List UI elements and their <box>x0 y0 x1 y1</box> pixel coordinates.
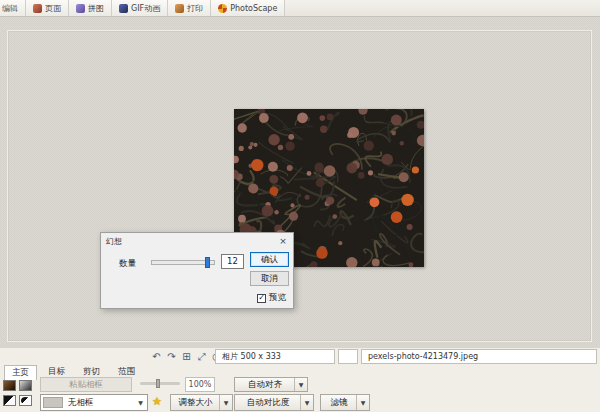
preview-checkbox-label: 预览 <box>269 292 286 304</box>
resize-dropdown-icon[interactable]: ▼ <box>219 395 232 410</box>
page-icon <box>33 4 42 13</box>
tab-editor-label: 编辑 <box>2 3 18 14</box>
actual-size-icon[interactable]: ⤢ <box>196 351 207 363</box>
tab-gif[interactable]: GIF动画 <box>112 0 168 16</box>
frame-opacity-handle[interactable] <box>156 379 160 388</box>
frame-opacity-value: 100% <box>185 377 215 392</box>
auto-contrast-dropdown-icon[interactable]: ▼ <box>300 395 313 410</box>
compare-icon[interactable]: ⊞ <box>181 351 192 362</box>
dialog-title: 幻想 <box>101 233 293 249</box>
combine-icon <box>76 4 85 13</box>
gif-icon <box>119 4 128 13</box>
status-bar: ↶ ↷ ⊞ ⤢ ◔ 相片 500 x 333 pexels-photo-4213… <box>0 347 600 364</box>
auto-contrast-button[interactable]: 自动对比度 ▼ <box>234 394 314 411</box>
filename-field: pexels-photo-4213479.jpeg <box>361 349 597 364</box>
auto-align-label: 自动对齐 <box>248 379 282 391</box>
tab-editor[interactable]: 编辑 <box>0 0 26 16</box>
tab-combine-label: 拼图 <box>88 3 104 14</box>
confirm-button[interactable]: 确认 <box>250 252 289 267</box>
favorite-star-icon[interactable]: ★ <box>152 395 162 408</box>
amount-slider-handle[interactable] <box>205 257 210 268</box>
auto-contrast-label: 自动对比度 <box>247 397 290 409</box>
close-icon[interactable]: × <box>277 235 289 247</box>
amount-label: 数量 <box>119 258 136 270</box>
negative-icon[interactable] <box>19 395 32 406</box>
frame-swatch <box>43 397 63 408</box>
bw-threshold-icon[interactable] <box>3 395 16 406</box>
tab-photoscape[interactable]: PhotoScape <box>211 0 285 16</box>
redo-icon[interactable]: ↷ <box>166 351 177 362</box>
print-icon <box>175 4 184 13</box>
photoscape-icon <box>218 4 227 13</box>
tab-print-label: 打印 <box>187 3 203 14</box>
resize-button[interactable]: 调整大小 ▼ <box>170 394 233 411</box>
auto-align-button[interactable]: 自动对齐 ▼ <box>234 377 308 392</box>
frame-select-dropdown[interactable]: 无相框 ▼ <box>40 394 148 411</box>
top-tab-bar: 编辑 页面 拼图 GIF动画 打印 PhotoScape <box>0 0 600 17</box>
filter-button[interactable]: 滤镜 ▼ <box>320 394 370 411</box>
tab-print[interactable]: 打印 <box>168 0 211 16</box>
filter-dropdown-icon[interactable]: ▼ <box>356 395 369 410</box>
preview-checkbox-row: ✓ 预览 <box>257 292 286 304</box>
frame-opacity-slider[interactable] <box>140 382 180 385</box>
tab-page[interactable]: 页面 <box>26 0 69 16</box>
bottom-panel: 主页 目标 剪切 范围 粘贴相框 100% 无相框 ▼ ★ 调整大小 ▼ 自动对… <box>0 364 600 412</box>
photo-info-field: 相片 500 x 333 <box>215 349 335 364</box>
tab-photoscape-label: PhotoScape <box>230 4 277 13</box>
status-icons: ↶ ↷ ⊞ ⤢ ◔ <box>151 348 222 365</box>
tab-home[interactable]: 主页 <box>4 365 37 380</box>
paste-frame-button[interactable]: 粘贴相框 <box>40 377 132 392</box>
auto-align-dropdown-icon[interactable]: ▼ <box>294 378 307 391</box>
blank-field <box>338 349 358 364</box>
cancel-button[interactable]: 取消 <box>250 271 289 286</box>
filter-label: 滤镜 <box>331 397 348 409</box>
sepia-preset-icon[interactable] <box>3 380 16 391</box>
preview-checkbox[interactable]: ✓ <box>257 294 266 303</box>
amount-value-field[interactable]: 12 <box>221 254 244 269</box>
frame-select-value: 无相框 <box>68 397 94 409</box>
amount-slider[interactable] <box>151 260 215 265</box>
chevron-down-icon: ▼ <box>134 395 147 410</box>
grayscale-preset-icon[interactable] <box>19 380 32 391</box>
tab-page-label: 页面 <box>45 3 61 14</box>
tab-gif-label: GIF动画 <box>131 3 160 14</box>
photoscape-window: 编辑 页面 拼图 GIF动画 打印 PhotoScape 幻想 <box>0 0 600 412</box>
resize-label: 调整大小 <box>179 397 213 409</box>
fantasy-dialog: 幻想 × 数量 12 确认 取消 ✓ 预览 <box>100 232 294 309</box>
editor-work-area <box>0 17 600 347</box>
undo-icon[interactable]: ↶ <box>151 351 162 362</box>
tab-combine[interactable]: 拼图 <box>69 0 112 16</box>
